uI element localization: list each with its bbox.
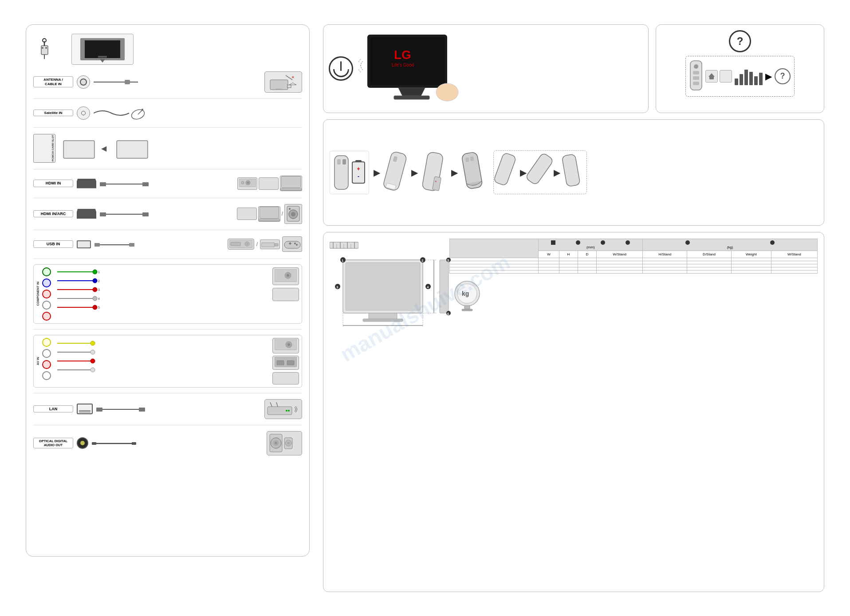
svg-point-91	[286, 410, 287, 412]
table-row-5	[450, 270, 818, 273]
component-port-y	[42, 267, 51, 276]
svg-rect-93	[92, 442, 96, 445]
tv-screen	[80, 38, 125, 60]
svg-point-19	[142, 109, 143, 110]
svg-text:LG: LG	[394, 48, 411, 62]
svg-rect-7	[98, 56, 107, 58]
antenna-label: ANTENNA /CABLE IN	[33, 76, 73, 87]
cell-ws-3	[596, 264, 642, 267]
battery-step-4	[462, 150, 484, 194]
divider-2	[33, 127, 302, 128]
cell-w-2	[539, 261, 559, 264]
svg-rect-46	[261, 243, 275, 247]
cell-ds-5	[687, 270, 732, 273]
svg-rect-6	[85, 40, 120, 58]
bar-3	[744, 70, 748, 85]
th-dots2: (kg)	[643, 239, 818, 251]
cell-h-4	[559, 267, 578, 270]
help-remote-icon	[689, 60, 703, 93]
divider-4	[33, 198, 302, 198]
svg-rect-166	[462, 309, 472, 311]
cell-hs-2	[643, 261, 687, 264]
bar-1	[735, 78, 738, 85]
cell-ds-4	[687, 267, 732, 270]
avin-row: AV IN	[33, 335, 302, 388]
cell-model-5	[450, 270, 539, 273]
svg-rect-142	[363, 319, 403, 322]
cell-wts-2	[771, 261, 817, 264]
battery-step-3: +	[422, 150, 447, 195]
info-icon: ?	[775, 68, 791, 84]
bar-6	[759, 73, 763, 85]
svg-rect-50	[290, 242, 291, 245]
cell-w-5	[539, 270, 559, 273]
avin-port-video	[42, 338, 51, 347]
th-weight-stand: W/Stand	[771, 251, 817, 258]
svg-rect-165	[464, 306, 470, 309]
svg-point-3	[45, 47, 47, 49]
svg-rect-45	[231, 242, 240, 246]
svg-rect-0	[41, 46, 48, 55]
svg-text:Life's Good: Life's Good	[392, 63, 414, 67]
hdmi-arc-row: HDMI IN/ARC	[33, 203, 302, 225]
avin-device-3	[272, 372, 299, 385]
svg-text:2: 2	[421, 259, 424, 263]
avin-device-dvd	[272, 338, 299, 353]
battery-steps: + - ▶	[330, 150, 818, 195]
cable-icon	[33, 34, 64, 65]
cell-ds-3	[687, 264, 732, 267]
svg-line-18	[138, 110, 142, 114]
hdmi-cable	[100, 179, 234, 188]
svg-text:5: 5	[98, 306, 100, 309]
right-panel: LG Life's Good	[323, 24, 824, 592]
page-container: manualshuive.com	[0, 0, 850, 616]
optical-row: OPTICAL DIGITALAUDIO OUT	[33, 430, 302, 457]
usb-cable	[94, 240, 224, 249]
svg-rect-131	[330, 242, 358, 248]
svg-rect-21	[64, 141, 94, 157]
component-row: COMPONENT IN	[33, 264, 302, 324]
svg-rect-130	[562, 154, 580, 187]
cell-d-2	[578, 261, 596, 264]
satellite-port	[77, 106, 90, 120]
svg-point-81	[287, 343, 290, 346]
avin-device-vhs	[272, 356, 299, 370]
svg-rect-83	[277, 361, 284, 365]
satellite-row: Satellite IN	[33, 103, 302, 123]
dimensions-content: 1 2 3 4	[330, 239, 818, 335]
cell-d-3	[578, 264, 596, 267]
pcmcia-slot-label: PCMCIA CARD SLOT	[51, 135, 54, 161]
usb-devices: /	[228, 236, 302, 252]
cell-hs-4	[643, 267, 687, 270]
cell-ws-1	[596, 258, 642, 261]
cell-d-5	[578, 270, 596, 273]
svg-rect-11	[270, 80, 288, 90]
svg-point-70	[287, 274, 289, 277]
remote-battery-box: + - ▶	[323, 119, 824, 226]
cell-wts-4	[771, 267, 817, 270]
battery-step-2	[385, 150, 407, 195]
component-cables: 1 2 3 4 5	[54, 267, 270, 316]
svg-rect-118	[342, 159, 346, 165]
cell-h-2	[559, 261, 578, 264]
hdmi-arc-port	[77, 209, 96, 219]
pcmcia-slot: PCMCIA CARD SLOT	[33, 134, 55, 163]
svg-point-31	[241, 181, 244, 184]
svg-text:4: 4	[427, 285, 429, 289]
hdmi-arc-label: HDMI IN/ARC	[33, 210, 73, 218]
satellite-label: Satellite IN	[33, 110, 73, 117]
help-icons-row	[705, 70, 732, 82]
svg-point-52	[296, 244, 298, 246]
avin-cables	[54, 338, 270, 380]
cell-ws-5	[596, 270, 642, 273]
table-row-1	[450, 258, 818, 261]
cell-ws-2	[596, 261, 642, 264]
lan-label: LAN	[33, 405, 73, 413]
help-content: ▶ ?	[685, 56, 795, 107]
top-row: LG Life's Good	[323, 24, 824, 113]
divider-6	[33, 259, 302, 259]
battery-pack: + -	[352, 161, 365, 184]
svg-point-109	[436, 83, 458, 101]
svg-text:1: 1	[342, 259, 344, 263]
cell-wt-3	[732, 264, 771, 267]
